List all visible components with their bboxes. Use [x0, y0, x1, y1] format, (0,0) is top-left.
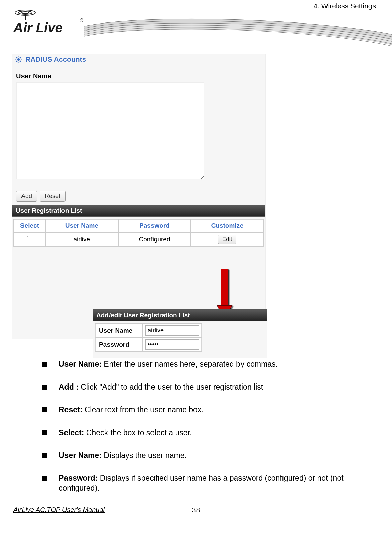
edit-panel-bar: Add/edit User Registration List	[93, 309, 267, 321]
row-select-checkbox[interactable]	[27, 236, 32, 241]
page-header: 4. Wireless Settings Air Live ®	[0, 0, 392, 54]
header-swoosh-decoration	[84, 16, 392, 58]
edit-username-label: User Name	[95, 324, 142, 337]
col-username: User Name	[46, 219, 118, 232]
list-item: Add : Click "Add" to add the user to the…	[42, 382, 363, 392]
svg-rect-8	[221, 269, 228, 306]
col-select: Select	[14, 219, 45, 232]
edit-username-input[interactable]	[145, 325, 199, 336]
screenshot-panel: RADIUS Accounts User Name Add Reset User…	[12, 54, 266, 339]
list-item: Password: Displays if specified user nam…	[42, 473, 363, 493]
edit-button[interactable]: Edit	[218, 235, 236, 244]
radius-bullet-icon	[15, 56, 22, 63]
footer-manual-title: AirLive AC.TOP User's Manual	[13, 506, 105, 513]
table-row: airlive Configured Edit	[14, 233, 263, 246]
reset-button[interactable]: Reset	[40, 191, 66, 202]
chapter-title: 4. Wireless Settings	[313, 2, 376, 10]
col-password: Password	[119, 219, 191, 232]
row-username: airlive	[46, 233, 118, 246]
footer-page-number: 38	[192, 506, 200, 514]
edit-password-label: Password	[95, 338, 142, 351]
edit-password-input[interactable]	[145, 339, 199, 350]
svg-point-7	[17, 58, 20, 61]
description-list: User Name: Enter the user names here, se…	[12, 359, 380, 493]
list-item: User Name: Displays the user name.	[42, 451, 363, 461]
edit-panel: Add/edit User Registration List User Nam…	[93, 309, 267, 358]
page-footer: AirLive AC.TOP User's Manual 38	[0, 506, 392, 514]
airlive-logo: Air Live ®	[7, 6, 91, 39]
username-label: User Name	[12, 65, 265, 82]
user-registration-table: Select User Name Password Customize airl…	[13, 219, 264, 247]
add-button[interactable]: Add	[16, 191, 37, 202]
row-password: Configured	[119, 233, 191, 246]
radius-accounts-title: RADIUS Accounts	[25, 55, 86, 63]
col-customize: Customize	[191, 219, 263, 232]
list-item: Reset: Clear text from the user name box…	[42, 405, 363, 415]
username-textarea[interactable]	[16, 82, 204, 179]
svg-rect-3	[25, 13, 26, 20]
user-registration-list-bar: User Registration List	[12, 205, 265, 217]
list-item: Select: Check the box to select a user.	[42, 428, 363, 438]
list-item: User Name: Enter the user names here, se…	[42, 359, 363, 369]
svg-text:®: ®	[80, 18, 84, 23]
svg-text:Air Live: Air Live	[13, 20, 63, 35]
